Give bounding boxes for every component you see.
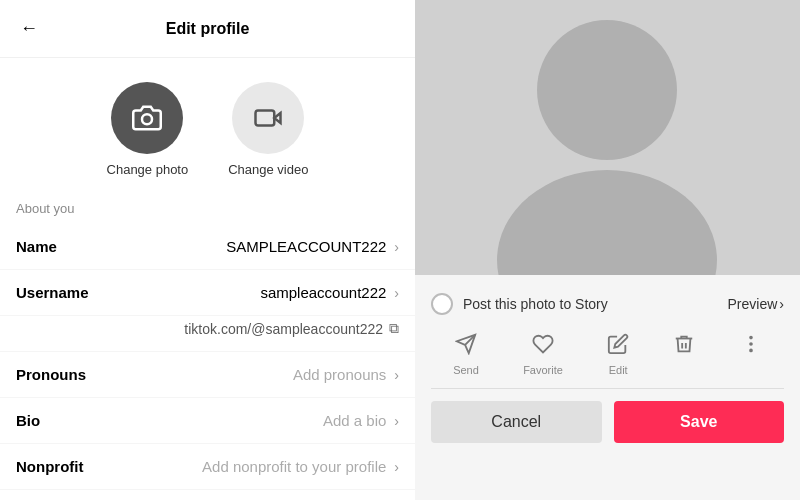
url-text: tiktok.com/@sampleaccount222: [184, 321, 383, 337]
back-button[interactable]: ←: [16, 14, 42, 43]
url-row: tiktok.com/@sampleaccount222 ⧉: [0, 316, 415, 352]
bio-value: Add a bio ›: [323, 412, 399, 429]
pronouns-label: Pronouns: [16, 366, 106, 383]
svg-point-4: [537, 20, 677, 160]
change-photo-circle: [111, 82, 183, 154]
send-icon: [455, 333, 477, 360]
favorite-action[interactable]: Favorite: [523, 333, 563, 376]
favorite-label: Favorite: [523, 364, 563, 376]
edit-profile-panel: ← Edit profile Change photo Change video…: [0, 0, 415, 500]
delete-action[interactable]: [673, 333, 695, 376]
bio-row[interactable]: Bio Add a bio ›: [0, 398, 415, 444]
story-left: Post this photo to Story: [431, 293, 608, 315]
save-button[interactable]: Save: [614, 401, 785, 443]
change-photo-label: Change photo: [107, 162, 189, 177]
nonprofit-row[interactable]: Nonprofit Add nonprofit to your profile …: [0, 444, 415, 490]
username-value: sampleaccount222 ›: [260, 284, 399, 301]
story-toggle[interactable]: [431, 293, 453, 315]
nonprofit-label: Nonprofit: [16, 458, 106, 475]
trash-icon: [673, 333, 695, 360]
bottom-buttons: Cancel Save: [431, 389, 784, 455]
more-action[interactable]: [740, 333, 762, 376]
svg-point-0: [142, 114, 152, 124]
name-value: SAMPLEACCOUNT222 ›: [226, 238, 399, 255]
bottom-panel: Post this photo to Story Preview › Send: [415, 275, 800, 500]
name-row[interactable]: Name SAMPLEACCOUNT222 ›: [0, 224, 415, 270]
change-photo-option[interactable]: Change photo: [107, 82, 189, 177]
svg-point-9: [750, 343, 752, 345]
avatar-preview: [415, 0, 800, 275]
action-icons: Send Favorite Edit: [431, 323, 784, 389]
cancel-button[interactable]: Cancel: [431, 401, 602, 443]
svg-rect-1: [256, 111, 275, 126]
right-panel: Post this photo to Story Preview › Send: [415, 0, 800, 500]
username-row[interactable]: Username sampleaccount222 ›: [0, 270, 415, 316]
pronouns-row[interactable]: Pronouns Add pronouns ›: [0, 352, 415, 398]
change-video-label: Change video: [228, 162, 308, 177]
username-label: Username: [16, 284, 106, 301]
story-text: Post this photo to Story: [463, 296, 608, 312]
send-action[interactable]: Send: [453, 333, 479, 376]
edit-action[interactable]: Edit: [607, 333, 629, 376]
send-label: Send: [453, 364, 479, 376]
change-video-option[interactable]: Change video: [228, 82, 308, 177]
change-video-circle: [232, 82, 304, 154]
svg-point-8: [750, 337, 752, 339]
bio-label: Bio: [16, 412, 106, 429]
photo-section: Change photo Change video: [0, 58, 415, 193]
name-label: Name: [16, 238, 106, 255]
svg-point-10: [750, 350, 752, 352]
more-icon: [740, 333, 762, 360]
copy-icon[interactable]: ⧉: [389, 320, 399, 337]
page-title: Edit profile: [166, 20, 250, 38]
edit-icon: [607, 333, 629, 360]
header: ← Edit profile: [0, 0, 415, 58]
about-label: About you: [0, 193, 415, 224]
story-row: Post this photo to Story Preview ›: [431, 285, 784, 323]
preview-link[interactable]: Preview ›: [728, 296, 784, 312]
pronouns-value: Add pronouns ›: [293, 366, 399, 383]
edit-label: Edit: [609, 364, 628, 376]
heart-icon: [532, 333, 554, 360]
nonprofit-value: Add nonprofit to your profile ›: [202, 458, 399, 475]
